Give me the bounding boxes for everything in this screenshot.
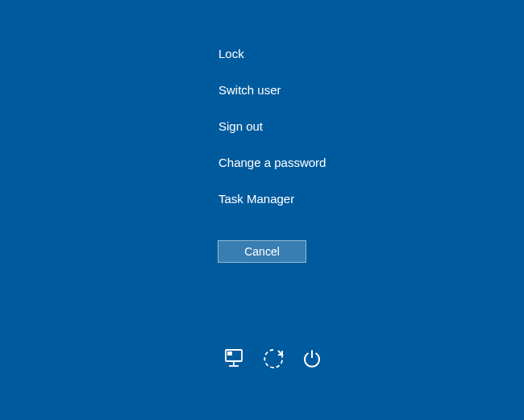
menu-item-change-password[interactable]: Change a password: [218, 156, 326, 169]
menu-item-lock[interactable]: Lock: [218, 47, 326, 60]
security-options-menu: Lock Switch user Sign out Change a passw…: [218, 47, 326, 228]
menu-item-switch-user[interactable]: Switch user: [218, 83, 326, 97]
network-icon[interactable]: [223, 347, 246, 370]
svg-rect-1: [227, 351, 232, 356]
footer-icons: [223, 347, 323, 370]
menu-item-sign-out[interactable]: Sign out: [218, 119, 326, 133]
power-icon[interactable]: [301, 347, 323, 370]
cancel-button[interactable]: Cancel: [218, 240, 306, 263]
menu-item-task-manager[interactable]: Task Manager: [218, 192, 326, 206]
ease-of-access-icon[interactable]: [262, 347, 285, 370]
